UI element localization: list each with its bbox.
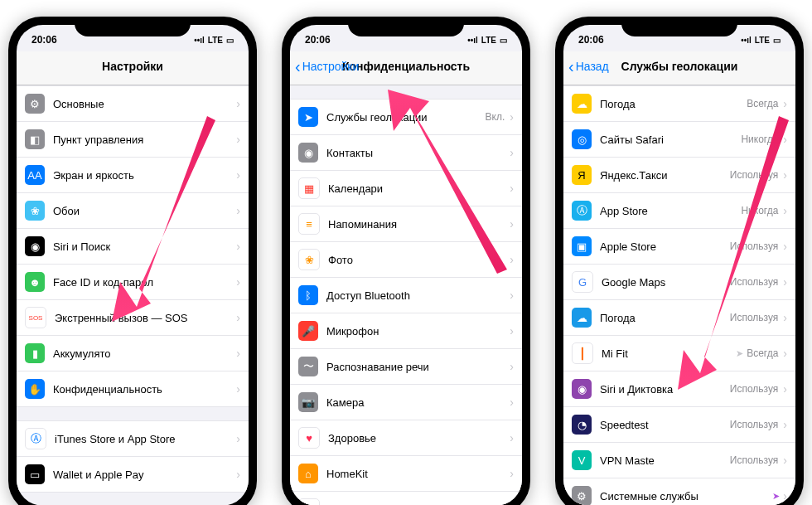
settings-row[interactable]: ⌂HomeKit› [290, 456, 522, 492]
settings-row[interactable]: AAЭкран и яркость› [17, 158, 249, 193]
settings-row[interactable]: ⒶiTunes Store и App Store› [17, 420, 249, 457]
settings-row[interactable]: ▦Календари› [290, 171, 522, 206]
settings-row[interactable]: ┃Mi Fit➤Всегда› [563, 336, 795, 371]
row-label: Сайты Safari [600, 134, 741, 146]
chevron-right-icon: › [783, 347, 787, 360]
chevron-right-icon: › [236, 382, 240, 396]
chevron-right-icon: › [236, 347, 240, 360]
chevron-right-icon: › [510, 467, 514, 480]
settings-row[interactable]: ☁ПогодаИспользуя› [563, 300, 795, 336]
row-icon: ◧ [25, 129, 45, 149]
settings-list[interactable]: ⚙︎Основные›◧Пункт управления›AAЭкран и я… [17, 85, 249, 505]
row-label: Погода [600, 312, 730, 324]
settings-row[interactable]: ◉Siri и Поиск› [17, 229, 249, 265]
settings-row[interactable]: ☻Face ID и код-парoл› [17, 265, 249, 300]
row-value: Используя [730, 276, 779, 288]
back-button[interactable]: ‹ Назад [568, 58, 609, 75]
settings-row[interactable]: ≡Напоминания› [290, 206, 522, 242]
row-icon: ♫ [298, 498, 320, 505]
row-label: Службы геолокации [326, 111, 486, 124]
settings-row[interactable]: SOSЭкстренный вызов — SOS› [17, 300, 249, 336]
signal-icon: ••ıl [194, 36, 205, 45]
settings-row[interactable]: ◉Контакты› [290, 135, 522, 171]
settings-row[interactable]: ◉Siri и ДиктовкаИспользуя› [563, 371, 795, 407]
chevron-right-icon: › [783, 133, 787, 146]
row-label: App Store [600, 205, 741, 217]
chevron-right-icon: › [783, 97, 787, 110]
settings-row[interactable]: 〜Распознавание речи› [290, 349, 522, 385]
row-label: Яндекс.Такси [600, 169, 730, 182]
settings-row[interactable]: ▮Аккумулято› [17, 336, 249, 371]
chevron-right-icon: › [783, 311, 787, 324]
row-label: Распознавание речи [326, 361, 510, 373]
settings-row[interactable]: ᛒДоступ Bluetooth› [290, 278, 522, 313]
phone-1: 20:06 ••ıl LTE ▭ Настройки ⚙︎Основные›◧П… [8, 17, 257, 505]
row-value: Используя [730, 240, 779, 252]
location-list[interactable]: ☁ПогодаВсегда›◎Сайты SafariНикогда›ЯЯнде… [563, 85, 795, 505]
row-label: Погода [600, 98, 747, 110]
settings-row[interactable]: ◔SpeedtestИспользуя› [563, 407, 795, 443]
row-icon: V [572, 450, 592, 470]
chevron-right-icon: › [783, 168, 787, 182]
row-value: Используя [730, 169, 779, 181]
row-value: Используя [730, 312, 779, 323]
status-time: 20:06 [305, 34, 331, 46]
settings-row[interactable]: ♥Здоровье› [290, 420, 522, 456]
settings-row[interactable]: 📷Камера› [290, 385, 522, 420]
nav-title: Службы геолокации [621, 60, 738, 73]
settings-row[interactable]: ✋Конфиденциальность› [17, 371, 249, 407]
row-icon: ⚙︎ [572, 486, 592, 505]
row-label: Фото [328, 254, 510, 266]
chevron-right-icon: › [510, 217, 514, 231]
row-label: HomeKit [326, 468, 510, 480]
chevron-right-icon: › [510, 431, 514, 444]
status-indicators: ••ıl LTE ▭ [741, 36, 781, 45]
back-button[interactable]: ‹ Настройки [295, 58, 359, 75]
settings-row[interactable]: ЯЯндекс.ТаксиИспользуя› [563, 158, 795, 193]
chevron-right-icon: › [783, 454, 787, 467]
chevron-right-icon: › [510, 182, 514, 195]
settings-row[interactable]: ☁ПогодаВсегда› [563, 85, 795, 122]
settings-row[interactable]: ⚙︎Системные службы➤› [563, 478, 795, 505]
settings-row[interactable]: ❀Фото› [290, 242, 522, 278]
settings-row[interactable]: ➤Службы геолокацииВкл.› [290, 99, 522, 135]
settings-row[interactable]: GGoogle MapsИспользуя› [563, 265, 795, 300]
settings-row[interactable]: ◧Пункт управления› [17, 122, 249, 158]
row-icon: ▭ [25, 464, 45, 484]
chevron-right-icon: › [510, 110, 514, 124]
row-label: Экстренный вызов — SOS [55, 312, 236, 324]
chevron-right-icon: › [783, 382, 787, 396]
row-label: Пункт управления [53, 134, 236, 146]
row-icon: 📷 [298, 392, 318, 412]
row-label: Face ID и код-парoл [53, 276, 236, 289]
chevron-right-icon: › [236, 275, 240, 289]
chevron-right-icon: › [236, 240, 240, 253]
settings-row[interactable]: 🎤Микрофон› [290, 313, 522, 349]
settings-row[interactable]: ▭Wallet и Apple Pay› [17, 457, 249, 493]
row-icon: ▣ [572, 236, 592, 256]
settings-row[interactable]: ❀Обои› [17, 193, 249, 229]
settings-row[interactable]: ◎Сайты SafariНикогда› [563, 122, 795, 158]
row-value: Никогда [741, 134, 778, 145]
settings-row[interactable]: ⚙︎Основные› [17, 85, 249, 122]
row-icon: ✋ [25, 379, 45, 399]
chevron-right-icon: › [783, 204, 787, 217]
chevron-right-icon: › [510, 396, 514, 409]
row-icon: ▮ [25, 343, 45, 363]
row-icon: ◔ [572, 415, 592, 435]
row-label: Микрофон [326, 325, 510, 337]
row-icon: ❀ [298, 249, 320, 270]
settings-row[interactable]: ▣Apple StoreИспользуя› [563, 229, 795, 265]
row-label: Экран и яркость [53, 169, 236, 182]
back-label: Назад [576, 60, 609, 73]
settings-row[interactable]: VVPN MasteИспользуя› [563, 443, 795, 478]
settings-row[interactable]: ♫Медиа и Apple Music› [290, 492, 522, 505]
row-icon: ◎ [572, 129, 592, 149]
chevron-right-icon: › [236, 432, 240, 445]
row-icon: Ⓐ [25, 428, 46, 449]
privacy-list[interactable]: ➤Службы геолокацииВкл.›◉Контакты›▦Календ… [290, 85, 522, 505]
row-icon: ☁ [572, 94, 592, 114]
settings-row[interactable]: ⒶApp StoreНикогда› [563, 193, 795, 229]
row-label: Напоминания [328, 218, 510, 231]
phone-2: 20:06 ••ıl LTE ▭ ‹ Настройки Конфиденциа… [282, 17, 530, 505]
